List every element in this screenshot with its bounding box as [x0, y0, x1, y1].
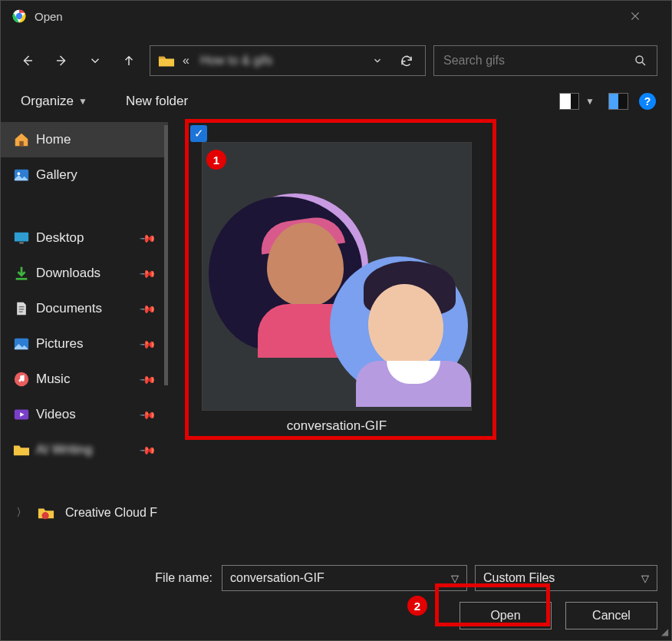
- file-name-label: conversation-GIF: [287, 418, 387, 434]
- sidebar-item-home[interactable]: Home: [1, 122, 168, 157]
- home-icon: [13, 131, 30, 148]
- new-folder-button[interactable]: New folder: [126, 94, 188, 109]
- forward-button[interactable]: [48, 48, 74, 74]
- svg-rect-6: [19, 243, 24, 244]
- pin-icon: 📌: [139, 264, 156, 282]
- toolbar: Organize ▼ New folder ▼ ?: [1, 84, 671, 121]
- file-type-combo[interactable]: Custom Files ▽: [475, 565, 657, 591]
- view-mode-dropdown[interactable]: ▼: [585, 96, 595, 107]
- pin-icon: 📌: [139, 335, 156, 352]
- organize-menu[interactable]: Organize ▼: [21, 94, 87, 109]
- chevron-down-icon: ▽: [641, 573, 649, 584]
- svg-rect-5: [15, 233, 28, 242]
- download-icon: [13, 265, 30, 282]
- sidebar-item-documents[interactable]: Documents 📌: [1, 291, 168, 326]
- chevron-down-icon: ▼: [78, 96, 87, 107]
- file-name-value: conversation-GIF: [230, 571, 451, 585]
- sidebar-item-gallery[interactable]: Gallery: [1, 157, 168, 193]
- address-path: How to & gifs: [200, 54, 272, 68]
- cancel-button[interactable]: Cancel: [565, 602, 657, 629]
- view-mode-button[interactable]: [559, 93, 579, 110]
- svg-point-2: [636, 56, 643, 63]
- annotation-badge-1: 1: [206, 150, 226, 170]
- sidebar-item-label: Music: [36, 372, 70, 387]
- sidebar-item-label: Gallery: [36, 167, 77, 183]
- creative-cloud-icon: [38, 505, 54, 520]
- svg-point-4: [18, 172, 21, 175]
- pin-icon: 📌: [139, 299, 156, 317]
- sidebar-item-creative-cloud[interactable]: 〉 Creative Cloud F: [1, 495, 168, 530]
- sidebar-item-label: Desktop: [36, 230, 84, 246]
- file-name-combo[interactable]: conversation-GIF ▽: [222, 565, 467, 591]
- file-type-value: Custom Files: [483, 571, 641, 585]
- file-list[interactable]: 1 ✓ conversation-GIF: [168, 121, 671, 539]
- music-icon: [13, 371, 30, 388]
- file-selected-check[interactable]: ✓: [190, 125, 207, 142]
- chevron-down-icon: ▽: [451, 573, 459, 584]
- search-input[interactable]: [443, 54, 634, 68]
- gallery-icon: [13, 167, 30, 183]
- pin-icon: 📌: [139, 405, 156, 423]
- sidebar: Home Gallery Desktop 📌 Downloads 📌 Docum…: [1, 121, 168, 539]
- title-bar: Open: [1, 1, 671, 31]
- sidebar-item-custom[interactable]: AI Writing 📌: [1, 432, 168, 468]
- desktop-icon: [13, 230, 30, 246]
- pin-icon: 📌: [139, 441, 156, 458]
- svg-point-1: [16, 13, 22, 19]
- sidebar-item-label: Pictures: [36, 336, 83, 352]
- svg-point-10: [42, 512, 49, 519]
- preview-pane-button[interactable]: [608, 93, 628, 110]
- pin-icon: 📌: [139, 370, 156, 388]
- address-bar[interactable]: « How to & gifs: [150, 45, 426, 76]
- sidebar-item-music[interactable]: Music 📌: [1, 362, 168, 397]
- search-icon: [634, 54, 647, 68]
- folder-icon: [13, 441, 30, 458]
- open-button[interactable]: Open: [460, 602, 552, 629]
- file-thumbnail: [202, 142, 472, 411]
- sidebar-item-pictures[interactable]: Pictures 📌: [1, 326, 168, 362]
- picture-icon: [13, 335, 30, 352]
- chrome-icon: [12, 8, 27, 24]
- annotation-badge-2: 2: [407, 596, 427, 616]
- organize-label: Organize: [21, 94, 74, 109]
- sidebar-item-label: Creative Cloud F: [65, 506, 157, 520]
- folder-icon: [158, 54, 175, 68]
- help-button[interactable]: ?: [639, 93, 656, 110]
- file-name-caption: File name:: [155, 571, 212, 585]
- file-tile[interactable]: ✓ conversation-GIF: [193, 125, 480, 434]
- resize-grip[interactable]: ◢: [661, 626, 668, 637]
- refresh-button[interactable]: [396, 54, 417, 68]
- chevron-right-icon: 〉: [16, 506, 27, 520]
- pin-icon: 📌: [139, 229, 156, 246]
- close-button[interactable]: [630, 11, 660, 21]
- video-icon: [13, 406, 30, 423]
- back-button[interactable]: [15, 48, 41, 74]
- window-title: Open: [35, 10, 630, 23]
- recent-locations-button[interactable]: [82, 48, 108, 74]
- address-prefix: «: [183, 54, 189, 68]
- sidebar-item-desktop[interactable]: Desktop 📌: [1, 220, 168, 256]
- sidebar-item-videos[interactable]: Videos 📌: [1, 397, 168, 432]
- sidebar-item-label: Downloads: [36, 266, 100, 281]
- footer: File name: conversation-GIF ▽ Custom Fil…: [1, 559, 671, 640]
- sidebar-item-downloads[interactable]: Downloads 📌: [1, 256, 168, 291]
- sidebar-item-label: Home: [36, 132, 71, 147]
- sidebar-item-label: AI Writing: [36, 442, 92, 458]
- address-dropdown[interactable]: [367, 55, 388, 66]
- search-box[interactable]: [433, 45, 657, 76]
- sidebar-item-label: Documents: [36, 301, 102, 316]
- up-button[interactable]: [116, 48, 142, 74]
- nav-row: « How to & gifs: [1, 31, 671, 84]
- sidebar-item-label: Videos: [36, 407, 76, 422]
- document-icon: [13, 300, 30, 317]
